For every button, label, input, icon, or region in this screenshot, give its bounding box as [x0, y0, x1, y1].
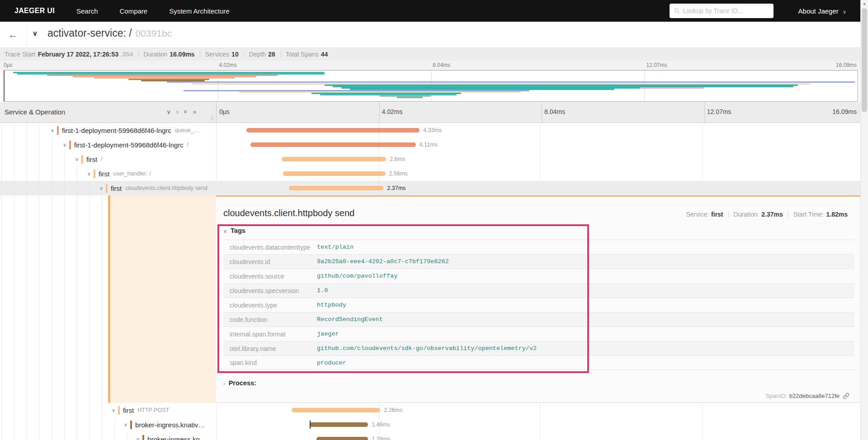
- detail-meta-item: Service:first: [686, 211, 723, 218]
- span-duration-bar[interactable]: [289, 186, 383, 190]
- tag-value: RecordSendingEvent: [317, 316, 383, 323]
- trace-id-search-box[interactable]: [670, 4, 774, 18]
- jaeger-logo[interactable]: JAEGER UI: [14, 7, 55, 15]
- span-row[interactable]: ∨firstHTTP POST2.26ms: [0, 403, 860, 417]
- indent-guides: [0, 152, 71, 166]
- tag-row[interactable]: cloudevents.id9a2b25a0-eee4-4292-a0c7-c7…: [223, 254, 854, 269]
- detail-meta-item: Duration:2.37ms: [734, 211, 783, 218]
- tags-section-toggle[interactable]: ∨Tags: [223, 227, 245, 234]
- indent-guides: [0, 123, 47, 137]
- service-name: first-1-deployment-59968d6f46-lngrc: [62, 127, 171, 134]
- tag-row[interactable]: cloudevents.typehttpbody: [223, 298, 854, 312]
- info-separator: [244, 51, 245, 57]
- span-collapse-icon[interactable]: ∨: [87, 171, 91, 177]
- span-duration-bar[interactable]: [250, 142, 416, 147]
- span-color-band-fill: [110, 195, 216, 403]
- nav-item-compare[interactable]: Compare: [119, 7, 147, 15]
- span-collapse-icon[interactable]: ∨: [75, 156, 79, 162]
- service-color-bar: [142, 435, 144, 440]
- vertical-scrollbar[interactable]: ▲: [860, 0, 868, 440]
- tag-key: span.kind: [223, 359, 317, 366]
- trace-info-item: Services10: [205, 51, 238, 58]
- meta-separator: [728, 211, 729, 218]
- tag-row[interactable]: cloudevents.datacontenttypetext/plain: [223, 240, 854, 254]
- span-duration-bar[interactable]: [292, 408, 381, 412]
- nav-item-search[interactable]: Search: [76, 7, 98, 15]
- span-row[interactable]: ∨first-1-deployment-59968d6f46-lngrc/4.1…: [0, 137, 860, 152]
- span-detail-row: cloudevents.client.httpbody send Service…: [0, 195, 860, 403]
- tag-row[interactable]: otel.library.namegithub.com/cloudevents/…: [223, 341, 854, 355]
- expand-one-icon[interactable]: ›: [176, 108, 179, 115]
- trace-title: activator-service: /00391bc: [47, 27, 172, 39]
- expand-all-icon[interactable]: »: [193, 108, 197, 115]
- collapse-trace-header-icon[interactable]: ∨: [33, 29, 38, 38]
- scrollbar-thumb[interactable]: [862, 8, 867, 112]
- copy-link-icon[interactable]: [843, 393, 849, 399]
- tag-value: github/com/pavolloffay: [317, 273, 397, 279]
- span-collapse-icon[interactable]: ∨: [51, 128, 54, 133]
- about-jaeger-menu[interactable]: About Jaeger ∨: [798, 7, 846, 15]
- span-row[interactable]: ∨first-1-deployment-59968d6f46-lngrcqueu…: [0, 123, 860, 137]
- span-duration-label: 4.33ms: [423, 127, 442, 133]
- trace-id-short: 00391bc: [136, 28, 172, 38]
- span-row[interactable]: ∨broker-ingress.knativ…1.46ms: [0, 417, 860, 432]
- span-collapse-icon[interactable]: ∨: [136, 436, 140, 440]
- column-resize-grip[interactable]: ||: [211, 115, 214, 120]
- collapse-one-icon[interactable]: ∨: [166, 108, 171, 115]
- tag-row[interactable]: cloudevents.specversion1.0: [223, 283, 854, 298]
- service-operation-header: Service & Operation: [5, 108, 65, 116]
- span-duration-bar[interactable]: [246, 128, 420, 132]
- span-duration-label: 2.6ms: [390, 156, 405, 162]
- info-separator: [281, 51, 281, 57]
- axis-tick-label: 8.04ms: [544, 108, 565, 115]
- span-duration-label: 4.11ms: [420, 142, 438, 148]
- span-duration-bar[interactable]: [310, 422, 368, 427]
- span-row[interactable]: ∨broker-ingress.kn…1.28ms: [0, 432, 860, 440]
- minimap-tick-label: 8.04ms: [433, 62, 450, 68]
- trace-page-header: ← ∨ activator-service: /00391bc ◎ ∧ ∨ × …: [0, 22, 868, 48]
- tag-value: github.com/cloudevents/sdk-go/observabil…: [317, 345, 537, 352]
- span-row[interactable]: ∨firstuser_handler: /2.56ms: [0, 166, 860, 181]
- top-nav-bar: JAEGER UI Search Compare System Architec…: [0, 0, 868, 22]
- back-button[interactable]: ←: [0, 22, 27, 47]
- meta-separator: [788, 211, 788, 218]
- trace-id-search-input[interactable]: [683, 7, 769, 14]
- service-color-bar: [130, 421, 132, 429]
- tag-value: producer: [317, 360, 346, 366]
- tag-row[interactable]: span.kindproducer: [223, 355, 854, 370]
- minimap-tick-label: 4.02ms: [219, 62, 237, 68]
- axis-tick-label: 12.07ms: [707, 108, 731, 115]
- axis-tick-label: 0μs: [219, 108, 230, 115]
- service-name: broker-ingress.knativ…: [135, 421, 205, 429]
- span-row[interactable]: ∨first/2.6ms: [0, 152, 860, 166]
- tag-row[interactable]: internal.span.formatjaeger: [223, 326, 854, 341]
- service-name: first-1-deployment-59968d6f46-lngrc: [74, 141, 184, 149]
- tag-row[interactable]: cloudevents.sourcegithub/com/pavolloffay: [223, 269, 854, 283]
- timeline-column-header: Service & Operation ∨ › » » || 0μs4.02ms…: [0, 102, 868, 123]
- timeline-minimap[interactable]: [4, 70, 858, 102]
- span-row[interactable]: ∨firstcloudevents.client.httpbody send2.…: [0, 181, 860, 195]
- search-icon: [674, 8, 680, 14]
- span-collapse-icon[interactable]: ∨: [112, 407, 115, 413]
- collapse-all-icon[interactable]: »: [182, 110, 189, 114]
- span-duration-bar[interactable]: [316, 437, 368, 440]
- chevron-right-icon: ›: [223, 381, 225, 386]
- span-collapse-icon[interactable]: ∨: [63, 142, 66, 148]
- span-duration-label: 2.56ms: [389, 170, 408, 177]
- nav-item-system-architecture[interactable]: System Architecture: [169, 7, 229, 15]
- span-duration-bar[interactable]: [282, 157, 386, 161]
- span-collapse-icon[interactable]: ∨: [99, 185, 103, 191]
- trace-info-item: Total Spans44: [286, 51, 328, 58]
- tag-row[interactable]: code.functionRecordSendingEvent: [223, 312, 854, 326]
- scrollbar-up-arrow[interactable]: ▲: [861, 1, 868, 6]
- process-section-toggle[interactable]: ›Process:: [223, 379, 256, 387]
- trace-summary-bar: Trace StartFebruary 17 2022, 17:26:53.35…: [0, 48, 868, 61]
- minimap-span-bar: [397, 97, 423, 98]
- tags-table: cloudevents.datacontenttypetext/plainclo…: [223, 240, 854, 370]
- service-color-bar: [81, 155, 83, 164]
- span-duration-bar[interactable]: [283, 171, 386, 176]
- span-collapse-icon[interactable]: ∨: [124, 422, 127, 428]
- service-color-bar: [94, 170, 95, 178]
- span-duration-label: 1.46ms: [372, 421, 390, 428]
- minimap-span-bar: [167, 81, 855, 83]
